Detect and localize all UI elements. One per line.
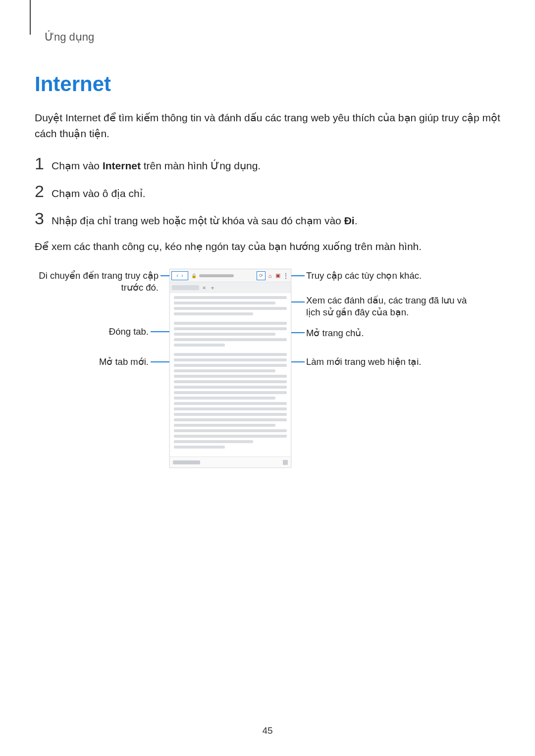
footer-placeholder: [283, 460, 288, 465]
placeholder-line: [174, 391, 287, 394]
step-2: 2 Chạm vào ô địa chỉ.: [35, 183, 500, 202]
refresh-icon: ⟳: [259, 273, 263, 278]
callout-prev-page: Di chuyển đến trang truy cập trước đó.: [35, 270, 159, 294]
callout-new-tab: Mở tab mới.: [35, 356, 149, 368]
step-1: 1 Chạm vào Internet trên màn hình Ứng dụ…: [35, 155, 500, 174]
address-bar: [199, 273, 254, 278]
placeholder-line: [174, 353, 287, 356]
placeholder-line: [174, 333, 275, 336]
bookmark-icon: ▣: [274, 272, 281, 279]
step-text: Chạm vào ô địa chỉ.: [52, 186, 146, 202]
post-steps-paragraph: Để xem các thanh công cụ, kéo nhẹ ngón t…: [35, 239, 500, 254]
placeholder-line: [174, 312, 253, 315]
mock-toolbar: ‹ › 🔒 ⟳ ⌂ ▣ ⋮: [170, 269, 291, 282]
browser-mockup: ‹ › 🔒 ⟳ ⌂ ▣ ⋮ ✕ +: [169, 269, 291, 468]
placeholder-line: [174, 375, 287, 378]
placeholder-line: [174, 380, 287, 383]
home-icon: ⌂: [267, 272, 273, 279]
placeholder-line: [174, 413, 287, 416]
step-number: 2: [35, 183, 52, 200]
step-text: Nhập địa chỉ trang web hoặc một từ khóa …: [52, 213, 357, 229]
bold-app-name: Internet: [103, 160, 141, 171]
text: Chạm vào: [52, 160, 103, 171]
nav-back-forward: ‹ ›: [171, 271, 188, 280]
more-icon: ⋮: [282, 272, 289, 279]
placeholder-line: [174, 344, 225, 347]
placeholder-line: [174, 369, 275, 372]
callout-home: Mở trang chủ.: [306, 327, 455, 339]
step-number: 1: [35, 155, 52, 172]
placeholder-line: [174, 358, 287, 361]
placeholder-line: [174, 424, 275, 427]
placeholder-line: [174, 364, 287, 367]
lock-icon: 🔒: [191, 273, 196, 278]
placeholder-line: [174, 435, 287, 438]
text: .: [355, 215, 358, 226]
page-title: Internet: [35, 72, 500, 96]
page-number: 45: [0, 725, 535, 736]
text: trên màn hình Ứng dụng.: [141, 160, 261, 171]
placeholder-line: [174, 327, 287, 330]
placeholder-line: [174, 307, 287, 310]
placeholder-line: [174, 302, 275, 304]
placeholder-line: [174, 397, 275, 400]
plus-icon: +: [209, 284, 216, 291]
bold-go: Đi: [344, 215, 355, 226]
close-icon: ✕: [201, 285, 207, 291]
placeholder-line: [174, 322, 287, 325]
callout-close-tab: Đóng tab.: [35, 326, 149, 338]
intro-paragraph: Duyệt Internet để tìm kiếm thông tin và …: [35, 110, 500, 141]
mock-tabbar: ✕ +: [170, 282, 291, 293]
tab-chip: [172, 285, 199, 290]
mock-content: [170, 293, 291, 455]
footer-placeholder: [173, 460, 200, 464]
placeholder-line: [174, 386, 287, 389]
placeholder-line: [174, 440, 253, 443]
step-3: 3 Nhập địa chỉ trang web hoặc một từ khó…: [35, 210, 500, 229]
placeholder-line: [174, 429, 287, 432]
figure: Di chuyển đến trang truy cập trước đó. Đ…: [35, 269, 500, 482]
header-rule: [30, 0, 31, 35]
placeholder-line: [174, 338, 287, 341]
callout-refresh: Làm mới trang web hiện tại.: [306, 356, 455, 368]
refresh-button-box: ⟳: [257, 271, 266, 280]
placeholder-line: [174, 296, 287, 299]
mock-footer: [170, 456, 291, 467]
placeholder-line: [174, 446, 225, 449]
address-text-placeholder: [199, 274, 234, 277]
step-number: 3: [35, 210, 52, 227]
text: Nhập địa chỉ trang web hoặc một từ khóa …: [52, 215, 344, 226]
callout-bookmarks: Xem các đánh dấu, các trang đã lưu và lị…: [306, 295, 470, 318]
placeholder-line: [174, 407, 287, 410]
placeholder-line: [174, 402, 287, 405]
placeholder-line: [174, 418, 287, 421]
callout-more-options: Truy cập các tùy chọn khác.: [306, 270, 465, 282]
chevron-left-icon: ‹: [176, 273, 178, 278]
breadcrumb: Ứng dụng: [45, 15, 500, 44]
step-text: Chạm vào Internet trên màn hình Ứng dụng…: [52, 158, 261, 174]
chevron-right-icon: ›: [181, 273, 183, 278]
